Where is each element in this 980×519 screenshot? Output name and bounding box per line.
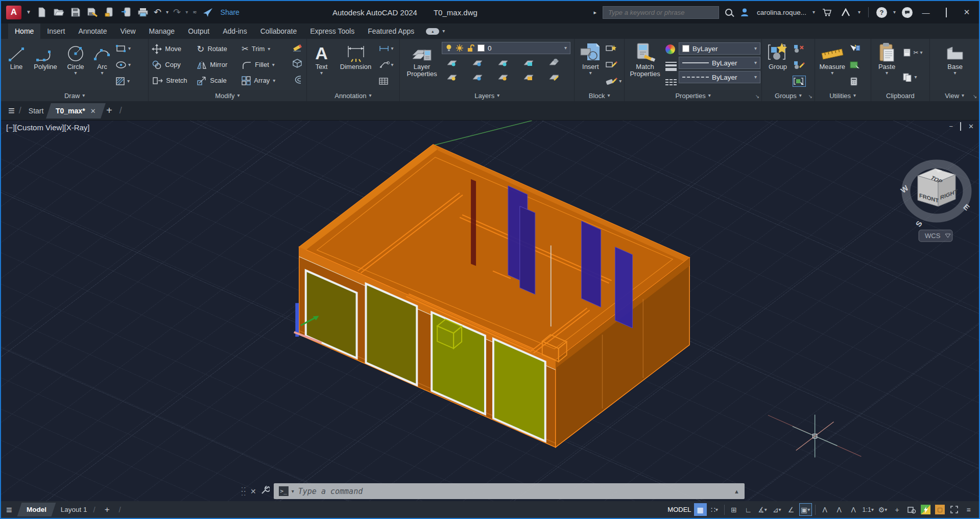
edit-attributes-button[interactable]: ▾ [605,76,622,87]
ortho-mode-button[interactable]: ∟ [742,503,755,516]
redo-icon[interactable]: ↷ [173,8,181,17]
close-button[interactable]: ✕ [960,8,974,17]
redo-caret-icon[interactable]: ▾ [185,10,188,15]
rotate-button[interactable]: ↻ Rotate [197,41,242,57]
lineweight-caret-icon[interactable]: ▾ [754,60,757,65]
tab-output[interactable]: Output [181,23,216,39]
maximize-button[interactable] [939,8,953,17]
offset-button[interactable] [292,74,304,85]
file-tab-document[interactable]: T0_max* ✕ [46,103,106,119]
line-button[interactable]: Line [3,40,30,70]
new-layout-button[interactable]: + [105,505,110,515]
leader-button[interactable]: ▾ [378,59,394,70]
app-menu-caret-icon[interactable]: ▼ [26,10,31,15]
ellipse-button[interactable]: ▾ [115,59,131,70]
arc-caret-icon[interactable]: ▾ [101,70,103,76]
undo-caret-icon[interactable]: ▾ [166,10,169,15]
circle-button[interactable]: Circle ▾ [61,40,90,76]
linetype-select[interactable]: ByLayer ▾ [679,71,760,83]
scale-button[interactable]: Scale [197,73,242,88]
group-button[interactable]: Group [764,40,792,70]
share-label[interactable]: Share [221,8,240,16]
model-tab[interactable]: Model [17,503,56,516]
command-line-bar[interactable]: ⁚⁚⁚⁚ ✕ >_ ▾ ▲ [241,483,745,499]
polyline-button[interactable]: Polyline [30,40,61,70]
measure-caret-icon[interactable]: ▾ [831,70,833,76]
hatch-caret-icon[interactable]: ▾ [127,79,130,84]
undo-icon[interactable]: ↶ [154,8,161,17]
object-snap-button[interactable]: ▣▾ [799,503,812,516]
command-close-icon[interactable]: ✕ [250,487,256,496]
viewport-controls-label[interactable]: [−][Custom View][X-Ray] [6,123,90,132]
view-panel-label[interactable]: View ▾ ↘ [930,90,979,101]
autodesk-menu-caret-icon[interactable]: ▾ [858,10,861,15]
groups-dialog-launcher-icon[interactable]: ↘ [808,93,812,99]
tab-collaborate[interactable]: Collaborate [254,23,304,39]
wcs-button[interactable]: WCS [925,232,941,240]
match-properties-button[interactable]: Match Properties [627,40,663,78]
stretch-button[interactable]: Stretch [152,73,197,88]
infer-constraints-button[interactable]: ⊞ [728,503,740,516]
properties-panel-label[interactable]: Properties ▾ ↘ [625,90,761,101]
fillet-caret-icon[interactable]: ▾ [272,62,275,67]
copy-clip-button[interactable]: ▾ [902,72,923,83]
clean-screen-button[interactable] [948,503,961,516]
customization-button[interactable]: ≡ [962,503,975,516]
search-input[interactable] [607,8,714,17]
command-input[interactable] [297,486,731,497]
utilities-panel-label[interactable]: Utilities ▾ [815,90,871,101]
edit-attributes-caret-icon[interactable]: ▾ [619,79,622,84]
paste-button[interactable]: Paste ▾ [873,40,901,76]
annotation-monitor-button[interactable]: + [891,503,903,516]
save-icon[interactable] [69,6,82,18]
group-selection-toggle[interactable] [793,76,806,87]
viewport-minimize-icon[interactable]: − [949,123,953,130]
leader-caret-icon[interactable]: ▾ [391,62,394,67]
open-folder-icon[interactable] [53,6,65,18]
id-point-button[interactable] [849,59,861,70]
tab-add-ins[interactable]: Add-ins [216,23,253,39]
paste-caret-icon[interactable]: ▾ [886,70,888,76]
rectangle-button[interactable]: ▾ [115,43,131,54]
hatch-button[interactable]: ▾ [115,76,131,87]
layer-tools-row1[interactable] [442,55,569,68]
graphics-performance-button[interactable] [919,503,932,516]
ribbon-display-toggle[interactable]: ▴ [426,28,439,35]
drawing-viewport[interactable]: [−][Custom View][X-Ray] − ✕ W S E TOP FR… [1,121,979,503]
arc-button[interactable]: Arc ▾ [90,40,114,76]
search-collapse-icon[interactable]: ▸ [594,9,597,16]
feedback-icon[interactable] [902,7,913,18]
new-drawing-tab-button[interactable]: + [106,105,112,116]
properties-dialog-launcher-icon[interactable]: ↘ [755,93,759,99]
ribbon-display-caret-icon[interactable]: ▾ [442,29,445,34]
layout1-tab[interactable]: Layout 1 [61,506,87,513]
command-prompt-icon[interactable]: >_ [279,486,289,496]
rectangle-caret-icon[interactable]: ▾ [128,46,131,51]
command-recent-caret-icon[interactable]: ▾ [292,489,294,494]
tab-annotate[interactable]: Annotate [71,23,113,39]
command-expand-icon[interactable]: ▲ [734,488,739,494]
fillet-button[interactable]: Fillet ▾ [242,57,291,73]
plot-icon[interactable] [137,6,149,18]
viewcube-south[interactable]: S [914,219,924,228]
isolate-objects-button[interactable] [905,503,918,516]
tab-manage[interactable]: Manage [142,23,182,39]
file-tabs-menu-icon[interactable]: ≡ [8,105,15,116]
erase-button[interactable] [292,41,304,53]
user-avatar-icon[interactable] [738,6,751,18]
edit-block-button[interactable] [605,59,622,70]
quick-calc-button[interactable] [849,76,861,87]
layer-select[interactable]: 0 ▾ [442,42,570,54]
close-tab-icon[interactable]: ✕ [90,107,96,114]
workspace-switching-button[interactable]: ⚙▾ [876,503,889,516]
search-box[interactable] [603,6,719,19]
annotation-visibility-button[interactable]: Λ [819,503,831,516]
group-edit-button[interactable] [793,59,806,70]
tab-home[interactable]: Home [8,23,40,39]
user-name[interactable]: carolina.roque... [757,9,806,16]
layout-menu-icon[interactable]: ≡ [6,505,12,515]
object-color-select[interactable]: ByLayer ▾ [679,42,760,55]
command-input-area[interactable]: >_ ▾ ▲ [274,483,745,499]
layer-unlock-icon[interactable] [467,44,474,52]
linetype-caret-icon[interactable]: ▾ [754,75,757,80]
